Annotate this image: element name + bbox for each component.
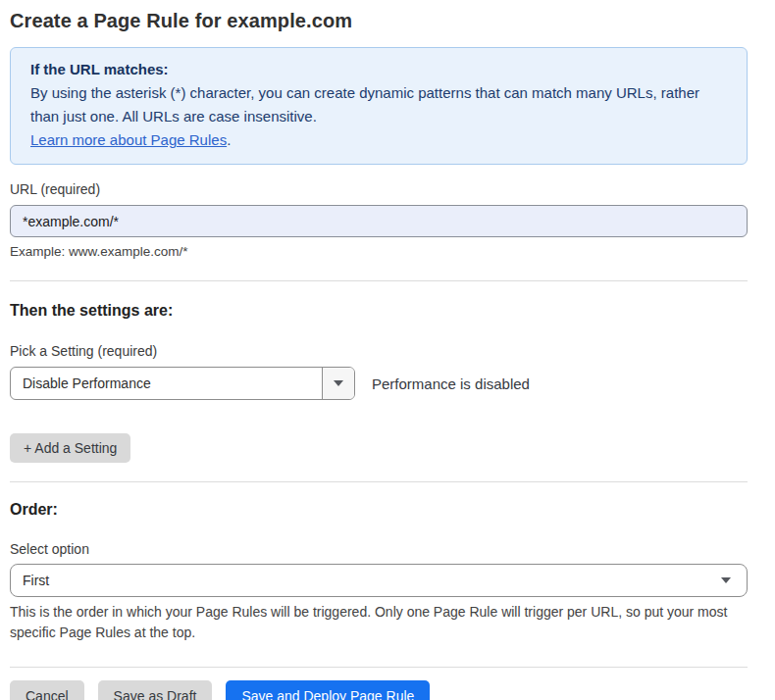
url-match-info-box: If the URL matches: By using the asteris… — [10, 47, 748, 165]
setting-select-value: Disable Performance — [11, 368, 322, 399]
info-box-body: By using the asterisk (*) character, you… — [30, 81, 727, 128]
setting-status-text: Performance is disabled — [372, 375, 530, 392]
add-setting-button[interactable]: + Add a Setting — [10, 433, 130, 463]
save-as-draft-button[interactable]: Save as Draft — [98, 680, 213, 700]
divider — [10, 667, 748, 668]
order-select-label: Select option — [10, 541, 748, 557]
info-box-link-line: Learn more about Page Rules. — [30, 128, 727, 152]
order-helper-text: This is the order in which your Page Rul… — [10, 602, 744, 643]
settings-section-heading: Then the settings are: — [10, 302, 748, 320]
cancel-button[interactable]: Cancel — [10, 680, 84, 700]
info-box-heading: If the URL matches: — [30, 58, 727, 81]
caret-down-icon — [334, 380, 343, 386]
order-select-value: First — [23, 573, 49, 588]
divider — [10, 280, 748, 281]
footer-actions: Cancel Save as Draft Save and Deploy Pag… — [10, 680, 748, 700]
pick-setting-label: Pick a Setting (required) — [10, 343, 748, 359]
setting-select[interactable]: Disable Performance — [10, 367, 355, 400]
create-page-rule-panel: Create a Page Rule for example.com If th… — [10, 0, 748, 700]
order-select[interactable]: First — [10, 564, 748, 597]
caret-down-icon — [721, 577, 731, 583]
setting-picker-row: Disable Performance Performance is disab… — [10, 367, 748, 400]
divider — [10, 481, 748, 482]
setting-select-arrow-button[interactable] — [322, 368, 354, 399]
url-example-helper: Example: www.example.com/* — [10, 244, 748, 259]
page-title: Create a Page Rule for example.com — [10, 10, 748, 32]
url-field-label: URL (required) — [10, 181, 748, 197]
learn-more-link[interactable]: Learn more about Page Rules — [30, 131, 227, 148]
link-period: . — [227, 131, 231, 148]
url-input[interactable] — [10, 205, 748, 237]
save-and-deploy-button[interactable]: Save and Deploy Page Rule — [226, 680, 430, 700]
order-section-heading: Order: — [10, 501, 748, 519]
